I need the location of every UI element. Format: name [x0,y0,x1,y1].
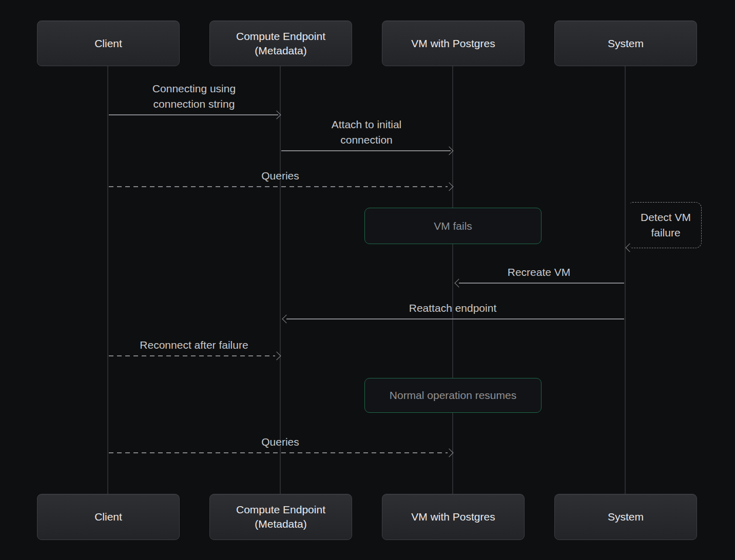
self-message-label: Detect VM failure [637,210,694,241]
message-line [109,114,278,115]
message-label: Attach to initial connection [280,117,453,148]
message-line [281,150,451,151]
actor-client-top: Client [37,21,180,66]
actor-vm-postgres-top: VM with Postgres [382,21,525,66]
sequence-diagram: Client Compute Endpoint (Metadata) VM wi… [0,0,735,560]
message-line [109,355,275,356]
message-label: Reconnect after failure [108,337,280,353]
actor-label: VM with Postgres [411,36,495,51]
message-label: Connecting using connection string [108,81,280,112]
actor-system-top: System [554,21,697,66]
note-label: Normal operation resumes [390,389,516,402]
actor-label: System [608,36,644,51]
actor-label: Client [94,510,122,524]
note-vm-fails: VM fails [364,208,541,244]
actor-label: Client [94,36,122,51]
message-label: Queries [108,434,453,450]
message-label: Recreate VM [453,265,625,280]
message-line [109,186,448,187]
message-label: Queries [108,168,453,184]
actor-compute-endpoint-top: Compute Endpoint (Metadata) [209,21,352,66]
actor-vm-postgres-bottom: VM with Postgres [382,494,525,540]
note-label: VM fails [434,220,472,232]
self-message-box: Detect VM failure [630,202,702,248]
message-line [286,318,624,319]
actor-client-bottom: Client [37,494,180,540]
actor-label: Compute Endpoint (Metadata) [226,503,336,531]
arrowhead-left-icon [455,279,463,288]
note-normal-operation-resumes: Normal operation resumes [364,378,541,413]
actor-label: Compute Endpoint (Metadata) [226,29,336,58]
actor-label: System [608,510,644,524]
lifeline-client [107,65,108,494]
message-line [109,452,448,453]
arrowhead-left-icon [282,315,291,324]
actor-label: VM with Postgres [411,510,495,524]
message-label: Reattach endpoint [280,301,625,316]
actor-compute-endpoint-bottom: Compute Endpoint (Metadata) [209,494,352,540]
actor-system-bottom: System [554,494,697,540]
message-line [459,283,624,284]
